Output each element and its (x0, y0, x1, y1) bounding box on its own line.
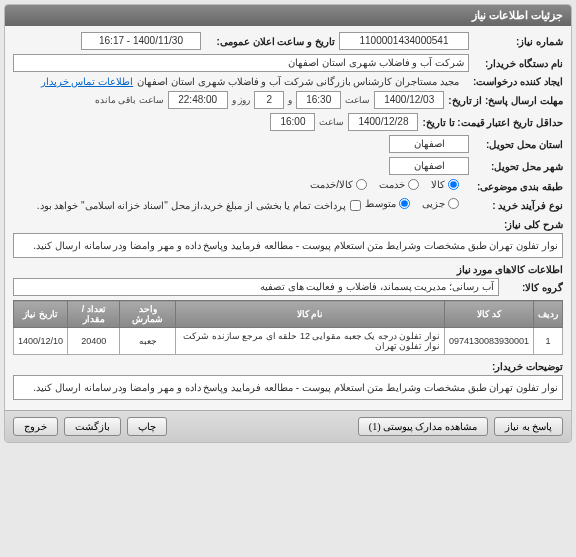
radio-service[interactable]: خدمت (379, 179, 419, 190)
creator-value: مجید مستاجران کارشناس بازرگانی شرکت آب و… (137, 76, 459, 87)
deadline-time: 16:30 (296, 91, 341, 109)
panel-body: شماره نیاز: 1100001434000541 تاریخ و ساع… (5, 26, 571, 410)
respond-button[interactable]: پاسخ به نیاز (494, 417, 563, 436)
radio-medium-input[interactable] (399, 198, 410, 209)
radio-both[interactable]: کالا/خدمت (310, 179, 367, 190)
table-cell: 1 (534, 328, 563, 355)
row-creator: ایجاد کننده درخواست: مجید مستاجران کارشن… (13, 76, 563, 87)
validity-label: حداقل تاریخ اعتبار قیمت: تا تاریخ: (422, 117, 563, 128)
print-button[interactable]: چاپ (127, 417, 167, 436)
items-body: 10974130083930001نوار تفلون درجه یک جعبه… (14, 328, 563, 355)
row-deadline: مهلت ارسال پاسخ: از تاریخ: 1400/12/03 سا… (13, 91, 563, 109)
row-group: گروه کالا: آب رسانی؛ مدیریت پسماند، فاضل… (13, 278, 563, 296)
table-header: نام کالا (176, 301, 444, 328)
desc-label: شرح کلی نیاز: (13, 219, 563, 230)
table-header: تعداد / مقدار (68, 301, 120, 328)
row-city: استان محل تحویل: اصفهان (13, 135, 563, 153)
table-cell: 1400/12/10 (14, 328, 68, 355)
deadline-label: مهلت ارسال پاسخ: از تاریخ: (448, 95, 563, 106)
row-delivery-city: شهر محل تحویل: اصفهان (13, 157, 563, 175)
validity-date: 1400/12/28 (348, 113, 418, 131)
buyer-note-box: نوار تفلون تهران طبق مشخصات وشرایط متن ا… (13, 375, 563, 400)
contact-link[interactable]: اطلاعات تماس خریدار (41, 76, 134, 87)
announce-label: تاریخ و ساعت اعلان عمومی: (205, 36, 335, 47)
creator-label: ایجاد کننده درخواست: (463, 76, 563, 87)
attachments-button[interactable]: مشاهده مدارک پیوستی (1) (358, 417, 488, 436)
process-label: نوع فرآیند خرید : (463, 200, 563, 211)
validity-time: 16:00 (270, 113, 315, 131)
radio-medium[interactable]: متوسط (365, 198, 410, 209)
process-radios: جزیی متوسط (365, 198, 459, 209)
countdown: 22:48:00 (168, 91, 228, 109)
group-value: آب رسانی؛ مدیریت پسماند، فاضلاب و فعالیت… (13, 278, 499, 296)
payment-checkbox[interactable]: پرداخت تمام یا بخشی از مبلغ خرید،از محل … (37, 200, 361, 211)
payment-note-text: پرداخت تمام یا بخشی از مبلغ خرید،از محل … (37, 200, 346, 211)
time-label-2: ساعت (319, 117, 344, 127)
table-header: کد کالا (444, 301, 533, 328)
delivery-city-value: اصفهان (389, 157, 469, 175)
table-header: ردیف (534, 301, 563, 328)
remaining-label: ساعت باقی مانده (95, 95, 164, 105)
row-need-no: شماره نیاز: 1100001434000541 تاریخ و ساع… (13, 32, 563, 50)
footer-bar: پاسخ به نیاز مشاهده مدارک پیوستی (1) چاپ… (5, 410, 571, 442)
category-label: طبقه بندی موضوعی: (463, 181, 563, 192)
table-cell: 0974130083930001 (444, 328, 533, 355)
need-no-label: شماره نیاز: (473, 36, 563, 47)
table-cell: 20400 (68, 328, 120, 355)
deadline-date: 1400/12/03 (374, 91, 444, 109)
and-label: و (288, 95, 292, 105)
footer-left: پاسخ به نیاز مشاهده مدارک پیوستی (1) (358, 417, 563, 436)
row-validity: حداقل تاریخ اعتبار قیمت: تا تاریخ: 1400/… (13, 113, 563, 131)
items-table: ردیفکد کالانام کالاواحد شمارشتعداد / مقد… (13, 300, 563, 355)
announce-value: 1400/11/30 - 16:17 (81, 32, 201, 50)
buyer-value: شرکت آب و فاضلاب شهری استان اصفهان (13, 54, 469, 72)
radio-both-label: کالا/خدمت (310, 179, 353, 190)
need-details-panel: جزئیات اطلاعات نیاز شماره نیاز: 11000014… (4, 4, 572, 443)
radio-small[interactable]: جزیی (422, 198, 459, 209)
desc-box: نوار تفلون تهران طبق مشخصات وشرایط متن ا… (13, 233, 563, 258)
delivery-city-label: شهر محل تحویل: (473, 161, 563, 172)
buyer-note-label: توضیحات خریدار: (13, 361, 563, 372)
need-no-value: 1100001434000541 (339, 32, 469, 50)
close-button[interactable]: خروج (13, 417, 58, 436)
items-header: اطلاعات کالاهای مورد نیاز (13, 264, 563, 275)
days-value: 2 (254, 91, 284, 109)
table-header: تاریخ نیاز (14, 301, 68, 328)
payment-checkbox-input[interactable] (350, 200, 361, 211)
group-label: گروه کالا: (503, 282, 563, 293)
radio-medium-label: متوسط (365, 198, 396, 209)
buyer-label: نام دستگاه خریدار: (473, 58, 563, 69)
radio-both-input[interactable] (356, 179, 367, 190)
radio-service-input[interactable] (408, 179, 419, 190)
radio-small-input[interactable] (448, 198, 459, 209)
radio-service-label: خدمت (379, 179, 405, 190)
table-cell: نوار تفلون درجه یک جعبه مقوایی 12 حلقه ا… (176, 328, 444, 355)
items-head-row: ردیفکد کالانام کالاواحد شمارشتعداد / مقد… (14, 301, 563, 328)
table-header: واحد شمارش (120, 301, 176, 328)
row-category: طبقه بندی موضوعی: کالا خدمت کالا/خدمت (13, 179, 563, 194)
radio-small-label: جزیی (422, 198, 445, 209)
table-row: 10974130083930001نوار تفلون درجه یک جعبه… (14, 328, 563, 355)
panel-title: جزئیات اطلاعات نیاز (5, 5, 571, 26)
footer-right: چاپ بازگشت خروج (13, 417, 167, 436)
row-buyer: نام دستگاه خریدار: شرکت آب و فاضلاب شهری… (13, 54, 563, 72)
category-radios: کالا خدمت کالا/خدمت (310, 179, 459, 190)
radio-goods-label: کالا (431, 179, 445, 190)
city-label: استان محل تحویل: (473, 139, 563, 150)
table-cell: جعبه (120, 328, 176, 355)
time-label-1: ساعت (345, 95, 370, 105)
back-button[interactable]: بازگشت (64, 417, 121, 436)
city-value: اصفهان (389, 135, 469, 153)
row-process: نوع فرآیند خرید : جزیی متوسط پرداخت تمام… (13, 198, 563, 213)
radio-goods-input[interactable] (448, 179, 459, 190)
day-label: روز و (232, 95, 251, 105)
radio-goods[interactable]: کالا (431, 179, 459, 190)
